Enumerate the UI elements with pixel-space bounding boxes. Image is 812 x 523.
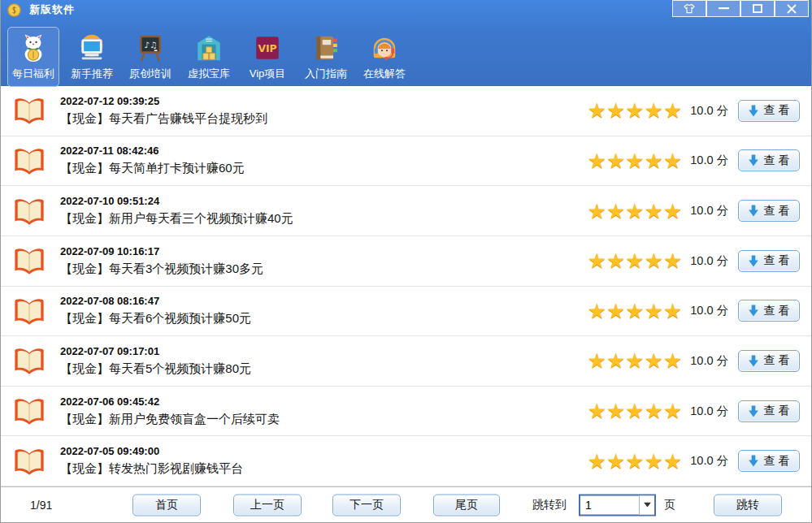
pagination-bar: 1/91 首页 上一页 下一页 尾页 跳转到 1 页 跳转 <box>1 486 811 522</box>
close-icon[interactable] <box>775 0 809 17</box>
view-button[interactable]: 查 看 <box>738 450 800 472</box>
tab-label: 原创培训 <box>129 67 172 81</box>
jump-to-label: 跳转到 <box>532 498 567 512</box>
download-arrow-icon <box>749 405 758 417</box>
maximize-icon[interactable] <box>740 0 775 17</box>
item-title: 【现金】每天看3个视频预计赚30多元 <box>60 262 263 277</box>
item-title: 【现金】每天看广告赚钱平台提现秒到 <box>60 111 267 127</box>
open-book-icon <box>12 295 46 327</box>
item-score: 10.0 分 <box>690 404 728 419</box>
download-arrow-icon <box>749 305 758 317</box>
jump-button[interactable]: 跳转 <box>714 494 782 516</box>
prev-page-button[interactable]: 上一页 <box>233 494 302 516</box>
item-title: 【现金】每天简单打卡预计赚60元 <box>60 161 245 176</box>
list-item: 2022-07-11 08:42:46 【现金】每天简单打卡预计赚60元 ★★★… <box>1 136 811 187</box>
tab-beginner-guide[interactable]: 入门指南 <box>300 27 352 87</box>
rating-stars: ★★★★★ <box>588 250 683 271</box>
minimize-icon[interactable] <box>706 0 740 17</box>
view-button[interactable]: 查 看 <box>738 200 800 222</box>
tab-original-training[interactable]: ♪♫ 原创培训 <box>124 27 176 87</box>
skin-shirt-icon[interactable] <box>672 0 706 17</box>
tab-daily-welfare[interactable]: 每日福利 <box>7 27 59 87</box>
item-title: 【现金】每天看5个视频预计赚80元 <box>60 361 251 377</box>
list-item: 2022-07-05 09:49:00 【现金】转发热门影视剧赚钱平台 ★★★★… <box>1 436 811 486</box>
item-score: 10.0 分 <box>690 353 728 369</box>
item-date: 2022-07-12 09:39:25 <box>60 95 267 107</box>
rating-stars: ★★★★★ <box>588 400 683 421</box>
window-controls <box>672 0 809 17</box>
tab-newbie-recommend[interactable]: 新手推荐 <box>66 27 118 87</box>
vip-badge-icon: VIP <box>251 32 284 64</box>
rating-stars: ★★★★★ <box>588 100 683 121</box>
open-book-icon <box>12 145 46 177</box>
last-page-button[interactable]: 尾页 <box>433 494 500 516</box>
item-date: 2022-07-05 09:49:00 <box>60 445 243 457</box>
page-indicator: 1/91 <box>30 499 52 512</box>
header: 新版软件 <box>1 0 811 86</box>
view-button[interactable]: 查 看 <box>738 400 800 422</box>
item-score: 10.0 分 <box>690 203 728 218</box>
view-button[interactable]: 查 看 <box>738 300 800 322</box>
download-arrow-icon <box>749 154 758 166</box>
list-item: 2022-07-10 09:51:24 【现金】新用户每天看三个视频预计赚40元… <box>1 186 811 236</box>
open-book-icon <box>12 344 46 377</box>
page-unit-label: 页 <box>664 498 675 512</box>
item-score: 10.0 分 <box>690 453 728 469</box>
blackboard-icon: ♪♫ <box>134 32 167 64</box>
item-score: 10.0 分 <box>690 303 728 318</box>
rating-stars: ★★★★★ <box>588 201 683 222</box>
coin-app-icon <box>7 3 21 17</box>
page-select[interactable]: 1 <box>579 494 656 516</box>
list-item: 2022-07-07 09:17:01 【现金】每天看5个视频预计赚80元 ★★… <box>1 336 811 387</box>
rating-stars: ★★★★★ <box>588 150 683 171</box>
open-book-icon <box>12 94 46 127</box>
monitor-icon <box>76 32 108 64</box>
rating-stars: ★★★★★ <box>588 350 683 371</box>
tab-virtual-treasury[interactable]: 虚拟宝库 <box>183 27 235 87</box>
rating-stars: ★★★★★ <box>588 300 683 322</box>
first-page-button[interactable]: 首页 <box>132 494 201 516</box>
tab-label: 新手推荐 <box>71 67 113 81</box>
tab-label: 入门指南 <box>305 67 347 81</box>
download-arrow-icon <box>749 355 758 367</box>
item-title: 【现金】转发热门影视剧赚钱平台 <box>60 461 243 477</box>
open-book-icon <box>12 244 46 277</box>
list-item: 2022-07-09 10:16:17 【现金】每天看3个视频预计赚30多元 ★… <box>1 236 811 287</box>
item-date: 2022-07-06 09:45:42 <box>60 395 280 408</box>
guide-book-icon <box>310 32 342 64</box>
item-date: 2022-07-11 08:42:46 <box>60 145 245 157</box>
dropdown-arrow-icon[interactable] <box>639 495 654 514</box>
tab-online-support[interactable]: 在线解答 <box>358 27 410 87</box>
open-book-icon <box>12 445 46 478</box>
warehouse-icon <box>193 32 225 64</box>
view-button[interactable]: 查 看 <box>738 250 800 272</box>
next-page-button[interactable]: 下一页 <box>332 494 401 516</box>
tab-label: 虚拟宝库 <box>188 67 230 81</box>
download-arrow-icon <box>749 255 758 267</box>
view-button[interactable]: 查 看 <box>738 100 800 122</box>
article-list: 2022-07-12 09:39:25 【现金】每天看广告赚钱平台提现秒到 ★★… <box>1 86 811 486</box>
tab-label: Vip项目 <box>250 67 286 81</box>
view-button[interactable]: 查 看 <box>738 350 800 372</box>
download-arrow-icon <box>749 455 758 467</box>
support-agent-icon <box>368 32 401 64</box>
open-book-icon <box>12 395 46 427</box>
item-date: 2022-07-07 09:17:01 <box>60 345 251 357</box>
svg-text:VIP: VIP <box>258 43 276 54</box>
tab-vip-project[interactable]: VIP Vip项目 <box>241 27 293 87</box>
titlebar: 新版软件 <box>1 0 811 19</box>
svg-text:♪♫: ♪♫ <box>144 40 157 50</box>
lucky-cat-icon <box>17 32 50 64</box>
app-window: 新版软件 <box>0 0 812 523</box>
item-title: 【现金】新用户每天看三个视频预计赚40元 <box>60 211 293 227</box>
item-date: 2022-07-10 09:51:24 <box>60 195 293 207</box>
list-item: 2022-07-08 08:16:47 【现金】每天看6个视频预计赚50元 ★★… <box>1 287 811 337</box>
toolbar: 每日福利 新手推荐 <box>1 19 811 87</box>
tab-label: 每日福利 <box>12 67 54 81</box>
item-score: 10.0 分 <box>690 103 728 119</box>
view-button[interactable]: 查 看 <box>738 149 800 171</box>
tab-label: 在线解答 <box>363 67 406 81</box>
window-title: 新版软件 <box>29 2 75 17</box>
rating-stars: ★★★★★ <box>588 451 683 472</box>
item-title: 【现金】每天看6个视频预计赚50元 <box>60 311 251 326</box>
